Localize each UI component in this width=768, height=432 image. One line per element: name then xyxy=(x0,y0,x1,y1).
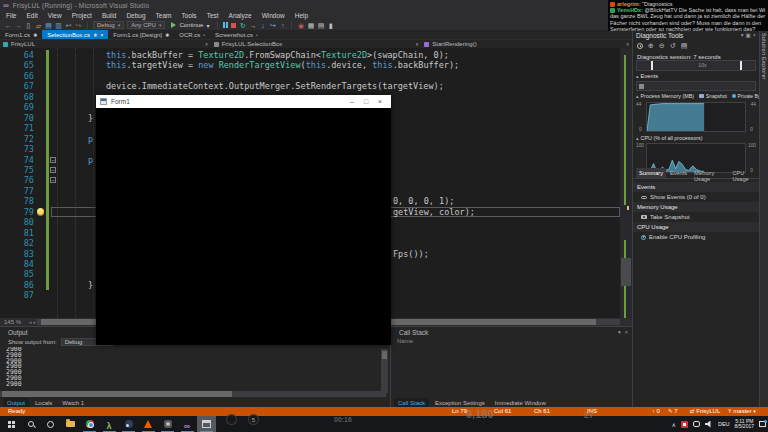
taskbar-chrome-button[interactable] xyxy=(80,416,99,432)
lightbulb-icon[interactable] xyxy=(37,208,44,215)
taskbar-steam-button[interactable] xyxy=(119,416,138,432)
pin-icon[interactable]: ▣ xyxy=(746,32,751,38)
diag-tab-events[interactable]: Events xyxy=(667,168,690,178)
menu-test[interactable]: Test xyxy=(207,11,219,20)
close-icon[interactable]: × xyxy=(753,32,756,38)
menu-edit[interactable]: Edit xyxy=(26,11,37,20)
show-next-statement-icon[interactable]: → xyxy=(249,21,256,30)
chevron-down-icon[interactable]: ▾ xyxy=(416,41,419,47)
editor-vertical-scrollbar[interactable] xyxy=(620,48,632,318)
scroll-left-icon[interactable]: ◂ xyxy=(29,319,32,325)
save-icon[interactable]: ▤ xyxy=(45,21,52,30)
collapse-box-icon[interactable]: – xyxy=(50,177,56,183)
tray-expand-icon[interactable]: ∧ xyxy=(672,421,676,428)
tab-selectionbox-cs[interactable]: SelectionBox.cs✱× xyxy=(42,30,108,39)
save-all-icon[interactable]: ▥ xyxy=(55,21,62,30)
close-icon[interactable]: × xyxy=(625,329,628,335)
git-push-count[interactable]: ↑ 0 xyxy=(652,408,660,415)
zoom-out-icon[interactable]: ⊖ xyxy=(659,42,665,50)
taskbar-clock[interactable]: 5:11 PM8/5/2017 xyxy=(735,419,754,430)
diagnostics-timeline-ruler[interactable]: 10s xyxy=(636,60,756,71)
continue-button[interactable]: Continue▾ xyxy=(168,21,212,29)
new-file-icon[interactable]: ▯ xyxy=(25,21,32,30)
form1-title-bar[interactable]: Form1 – □ × xyxy=(96,95,391,108)
action-center-icon[interactable] xyxy=(759,421,766,427)
settings-gear-icon[interactable] xyxy=(637,43,643,49)
memory-window-icon[interactable]: ▦ xyxy=(307,21,314,30)
language-indicator[interactable]: DEU xyxy=(718,421,730,427)
reset-view-icon[interactable]: ↺ xyxy=(670,42,676,50)
zoom-in-icon[interactable]: ⊕ xyxy=(648,42,654,50)
navigate-back-icon[interactable]: ← xyxy=(5,21,12,30)
undo-icon[interactable]: ↩ xyxy=(65,21,72,30)
git-branch[interactable]: Y master ▾ xyxy=(728,408,756,415)
chat-tray-icon[interactable] xyxy=(693,421,700,427)
chevron-down-icon[interactable]: ▾ xyxy=(741,32,744,38)
breakpoints-window-icon[interactable]: ◉ xyxy=(297,21,304,30)
collapse-box-icon[interactable]: – xyxy=(50,157,56,163)
output-vertical-scrollbar[interactable] xyxy=(381,349,388,393)
stop-debug-icon[interactable] xyxy=(231,23,236,28)
tab-ocr-cs[interactable]: OCR.cs▫ xyxy=(174,30,210,39)
close-icon[interactable]: × xyxy=(100,32,103,38)
menu-view[interactable]: View xyxy=(48,11,62,20)
events-section-label[interactable]: ▴Events xyxy=(636,73,658,79)
timeline-marker[interactable] xyxy=(740,61,742,70)
output-horizontal-scrollbar[interactable] xyxy=(0,391,386,397)
diag-tab-memory-usage[interactable]: Memory Usage xyxy=(691,168,728,178)
solution-explorer-side-tab[interactable]: Solution Explorer xyxy=(761,33,767,80)
taskbar-form1-app-button[interactable] xyxy=(197,416,216,432)
menu-help[interactable]: Help xyxy=(295,11,308,20)
report-icon[interactable]: ▤ xyxy=(681,42,688,50)
close-button[interactable]: × xyxy=(373,96,387,108)
output-content[interactable]: 2900290029002900290029002900 xyxy=(0,347,378,391)
tab-form1-cs-design-[interactable]: Form1.cs [Design]✱ xyxy=(108,30,174,39)
navigate-forward-icon[interactable]: → xyxy=(15,21,22,30)
diag-tab-cpu-usage[interactable]: CPU Usage xyxy=(730,168,761,178)
scrollbar-thumb[interactable] xyxy=(621,258,631,286)
form1-client-area[interactable] xyxy=(96,108,391,345)
menu-debug[interactable]: Debug xyxy=(126,11,145,20)
taskbar-vlc-button[interactable] xyxy=(139,416,158,432)
taskbar-start-button[interactable] xyxy=(2,416,21,432)
bookmark-icon[interactable]: ▮ xyxy=(327,21,334,30)
tab-form1-cs[interactable]: Form1.cs✱ xyxy=(0,30,42,39)
menu-file[interactable]: File xyxy=(6,11,16,20)
chevron-down-icon[interactable]: ▾ xyxy=(627,41,630,47)
taskbar-half-life-lambda-button[interactable] xyxy=(100,416,119,432)
enable-cpu-profiling-link[interactable]: Enable CPU Profiling xyxy=(633,232,760,242)
chevron-down-icon[interactable]: ▾ xyxy=(205,41,208,47)
taskbar-visual-studio-button[interactable] xyxy=(178,416,197,432)
menu-project[interactable]: Project xyxy=(72,11,92,20)
volume-icon[interactable] xyxy=(705,421,713,428)
diag-tab-summary[interactable]: Summary xyxy=(636,168,666,178)
scrollbar-thumb[interactable] xyxy=(2,391,232,397)
git-edit-count[interactable]: ✎ 7 xyxy=(668,408,678,415)
menu-build[interactable]: Build xyxy=(102,11,116,20)
menu-analyze[interactable]: Analyze xyxy=(229,11,252,20)
timeline-marker[interactable] xyxy=(651,61,653,70)
immediate-window-icon[interactable]: ▤ xyxy=(317,21,324,30)
memory-section-header[interactable]: ▴Process Memory (MB) Snapshot Private By… xyxy=(636,93,767,99)
maximize-button[interactable]: □ xyxy=(359,96,373,108)
step-over-icon[interactable]: ↪ xyxy=(269,21,276,30)
scroll-right-icon[interactable]: ▸ xyxy=(34,319,37,325)
taskbar-cortana-button[interactable] xyxy=(41,416,60,432)
step-into-icon[interactable]: ↓ xyxy=(259,21,266,30)
platform-dropdown[interactable]: Any CPU▾ xyxy=(127,21,165,29)
tab-screenshot-cs[interactable]: Screenshot.cs▫ xyxy=(210,30,263,39)
menu-window[interactable]: Window xyxy=(262,11,285,20)
editor-zoom-level[interactable]: 145 % xyxy=(4,319,28,325)
taskbar-file-explorer-button[interactable] xyxy=(61,416,80,432)
cpu-section-header[interactable]: ▴CPU (% of all processors) xyxy=(636,135,703,141)
collapse-box-icon[interactable]: – xyxy=(50,167,56,173)
git-repo[interactable]: ⇄ FrisyLUL xyxy=(690,408,720,415)
taskbar-search-button[interactable] xyxy=(22,416,41,432)
restart-icon[interactable]: ↻ xyxy=(239,21,246,30)
taskbar-paint-app-button[interactable] xyxy=(158,416,177,432)
minimize-button[interactable]: – xyxy=(345,96,359,108)
chevron-down-icon[interactable]: ▾ xyxy=(618,329,621,335)
open-file-icon[interactable]: ▱ xyxy=(35,21,42,30)
recording-tray-icon[interactable] xyxy=(681,421,688,428)
step-out-icon[interactable]: ↑ xyxy=(279,21,286,30)
